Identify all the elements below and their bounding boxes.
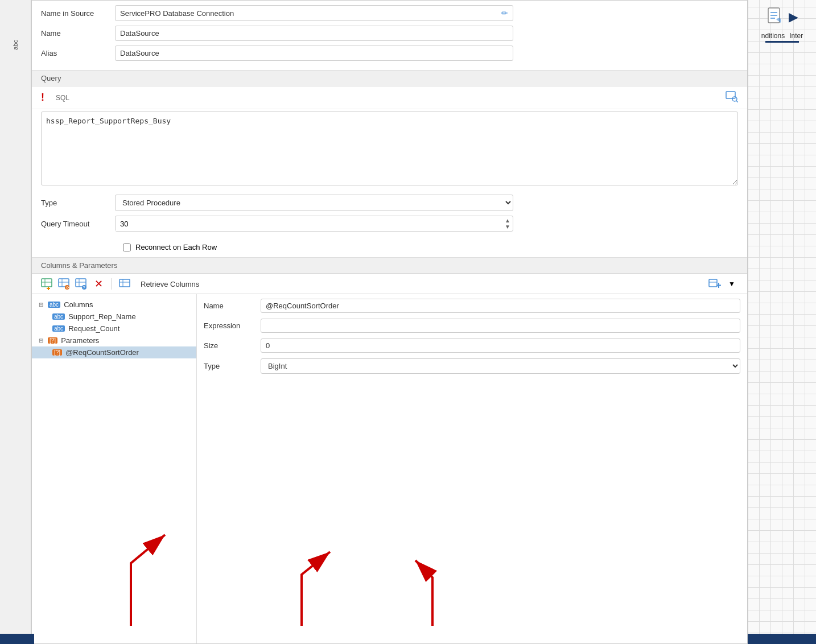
prop-size-input[interactable] xyxy=(261,338,740,353)
exclamation-icon[interactable]: ! xyxy=(41,92,44,104)
import-icon[interactable] xyxy=(119,278,131,290)
columns-label: Columns xyxy=(64,300,93,309)
col-name-1: Support_Rep_Name xyxy=(68,312,136,321)
timeout-input[interactable] xyxy=(116,217,502,231)
columns-params-header: Columns & Parameters xyxy=(32,257,747,274)
parameters-group[interactable]: ⊟ [?] Parameters xyxy=(32,335,196,346)
left-strip: abc xyxy=(0,0,31,644)
right-top-icons: ▶ xyxy=(766,7,798,27)
prop-size-row: Size xyxy=(204,338,740,353)
param-req-count-sort-order[interactable]: [?] @ReqCountSortOrder xyxy=(32,346,196,358)
tab-conditions-label[interactable]: nditions xyxy=(761,32,785,40)
name-label: Name xyxy=(41,29,115,38)
columns-group[interactable]: ⊟ abc Columns xyxy=(32,299,196,311)
report-icon[interactable] xyxy=(766,7,786,27)
tab-underline xyxy=(765,41,799,43)
retrieve-columns-btn[interactable]: Retrieve Columns xyxy=(136,278,204,290)
svg-rect-18 xyxy=(119,279,130,287)
blue-bar-left xyxy=(0,634,34,644)
prop-name-input[interactable] xyxy=(261,299,740,313)
name-in-source-row: Name in Source ✏ xyxy=(41,5,738,21)
prop-expression-label: Expression xyxy=(204,321,261,330)
top-right-area: ▶ nditions Inter xyxy=(759,5,805,45)
prop-type-select[interactable]: BigInt Int SmallInt TinyInt String Boole… xyxy=(261,358,740,374)
svg-rect-3 xyxy=(42,279,52,287)
columns-toolbar: ⟳ ? ✕ xyxy=(32,274,747,294)
prop-expression-row: Expression xyxy=(204,319,740,333)
main-panel: Name in Source ✏ Name Alias xyxy=(31,0,748,644)
type-select[interactable]: Stored Procedure Table SQL Command xyxy=(115,195,513,211)
tab-inter-label[interactable]: Inter xyxy=(789,32,803,40)
name-input[interactable] xyxy=(115,26,513,41)
reconnect-label: Reconnect on Each Row xyxy=(135,243,217,251)
columns-type-badge: abc xyxy=(48,302,60,308)
prop-name-row: Name xyxy=(204,299,740,313)
svg-text:?: ? xyxy=(83,286,85,290)
name-in-source-field-wrapper[interactable]: ✏ xyxy=(115,5,513,21)
svg-text:⟳: ⟳ xyxy=(66,286,69,290)
type-section: Type Stored Procedure Table SQL Command … xyxy=(32,190,747,241)
down-arrow[interactable]: ▼ xyxy=(505,224,510,230)
svg-rect-0 xyxy=(726,92,735,98)
delete-icon[interactable]: ✕ xyxy=(92,278,105,290)
pencil-icon[interactable]: ✏ xyxy=(501,9,508,18)
alias-input[interactable] xyxy=(115,46,513,61)
param-name-1: @ReqCountSortOrder xyxy=(65,348,139,357)
main-scroll: Name in Source ✏ Name Alias xyxy=(32,1,747,643)
reconnect-row: Reconnect on Each Row xyxy=(32,241,747,254)
timeout-spinbox[interactable]: ▲ ▼ xyxy=(115,216,513,232)
abc-label: abc xyxy=(12,40,19,50)
tree-panel: ⊟ abc Columns abc Support_Rep_Name abc R… xyxy=(32,294,197,643)
col-badge-1: abc xyxy=(52,313,65,320)
name-in-source-label: Name in Source xyxy=(41,9,115,18)
collapse-params-icon[interactable]: ⊟ xyxy=(39,337,46,344)
collapse-columns-icon[interactable]: ⊟ xyxy=(39,302,46,308)
name-row: Name xyxy=(41,26,738,41)
alias-row: Alias xyxy=(41,46,738,61)
tab-area: nditions Inter xyxy=(761,32,803,40)
right-arrow-icon[interactable]: ▶ xyxy=(789,10,798,24)
prop-size-label: Size xyxy=(204,341,261,350)
edit-col2-icon[interactable]: ? xyxy=(75,278,88,290)
edit-column-icon[interactable]: ⟳ xyxy=(58,278,71,290)
col-support-rep-name[interactable]: abc Support_Rep_Name xyxy=(32,311,196,323)
timeout-arrows[interactable]: ▲ ▼ xyxy=(502,216,513,231)
col-name-2: Request_Count xyxy=(68,324,119,333)
name-in-source-input[interactable] xyxy=(120,9,501,18)
name-in-source-section: Name in Source ✏ Name Alias xyxy=(32,1,747,70)
timeout-row: Query Timeout ▲ ▼ xyxy=(41,216,738,232)
timeout-label: Query Timeout xyxy=(41,220,115,228)
query-textarea[interactable]: hssp_Report_SupportReps_Busy xyxy=(41,112,738,185)
columns-params-area: ⊟ abc Columns abc Support_Rep_Name abc R… xyxy=(32,294,747,643)
type-row: Type Stored Procedure Table SQL Command xyxy=(41,195,738,211)
alias-label: Alias xyxy=(41,49,115,57)
parameters-label: Parameters xyxy=(61,336,99,345)
type-label: Type xyxy=(41,199,115,207)
sql-label: SQL xyxy=(56,94,69,102)
query-toolbar: ! SQL xyxy=(32,86,747,109)
col-request-count[interactable]: abc Request_Count xyxy=(32,323,196,335)
add-column-icon[interactable] xyxy=(41,278,53,290)
right-strip: ▶ nditions Inter xyxy=(748,0,816,644)
up-arrow[interactable]: ▲ xyxy=(505,217,510,224)
query-db-icon[interactable] xyxy=(726,90,738,105)
blue-bar-right xyxy=(748,634,816,644)
params-type-badge: [?] xyxy=(48,337,57,344)
svg-point-1 xyxy=(732,97,737,101)
toolbar-separator xyxy=(112,278,112,290)
retrieve-label: Retrieve Columns xyxy=(141,280,199,288)
col-badge-2: abc xyxy=(52,325,65,332)
prop-name-label: Name xyxy=(204,302,261,310)
prop-type-label: Type xyxy=(204,362,261,370)
prop-type-row: Type BigInt Int SmallInt TinyInt String … xyxy=(204,358,740,374)
add-right-icon[interactable] xyxy=(708,278,721,290)
prop-expression-input[interactable] xyxy=(261,319,740,333)
query-section-header: Query xyxy=(32,70,747,86)
param-badge-1: [?] xyxy=(52,349,62,356)
properties-panel: Name Expression Size Ty xyxy=(197,294,747,643)
dropdown-chevron-icon[interactable]: ▼ xyxy=(726,278,738,290)
svg-line-2 xyxy=(736,101,738,102)
svg-rect-21 xyxy=(709,279,717,287)
reconnect-checkbox[interactable] xyxy=(123,243,131,251)
